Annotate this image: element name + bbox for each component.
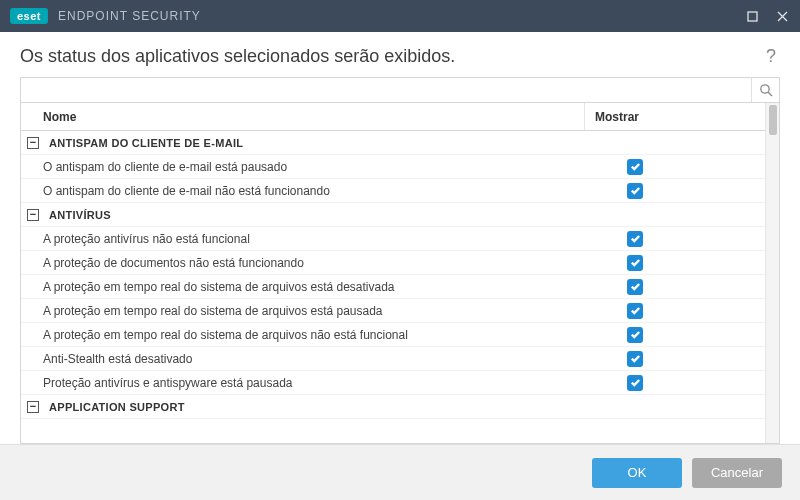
show-checkbox[interactable]	[627, 183, 643, 199]
group-row[interactable]: −APPLICATION SUPPORT	[21, 395, 765, 419]
group-label: ANTIVÍRUS	[45, 209, 585, 221]
status-table: Nome Mostrar −ANTISPAM DO CLIENTE DE E-M…	[20, 103, 780, 444]
show-checkbox[interactable]	[627, 255, 643, 271]
show-checkbox[interactable]	[627, 303, 643, 319]
group-label: ANTISPAM DO CLIENTE DE E-MAIL	[45, 137, 585, 149]
titlebar: eset ENDPOINT SECURITY	[0, 0, 800, 32]
close-icon[interactable]	[774, 8, 790, 24]
group-label: APPLICATION SUPPORT	[45, 401, 585, 413]
item-label: Anti-Stealth está desativado	[21, 352, 585, 366]
status-item-row: O antispam do cliente de e-mail não está…	[21, 179, 765, 203]
scrollbar-thumb[interactable]	[769, 105, 777, 135]
svg-rect-0	[748, 12, 757, 21]
window-controls	[744, 8, 790, 24]
collapse-icon[interactable]: −	[27, 401, 39, 413]
item-label: A proteção em tempo real do sistema de a…	[21, 304, 585, 318]
group-row[interactable]: −ANTISPAM DO CLIENTE DE E-MAIL	[21, 131, 765, 155]
show-checkbox[interactable]	[627, 279, 643, 295]
search-icon[interactable]	[751, 78, 779, 102]
item-label: Proteção antivírus e antispyware está pa…	[21, 376, 585, 390]
item-label: A proteção em tempo real do sistema de a…	[21, 280, 585, 294]
status-item-row: O antispam do cliente de e-mail está pau…	[21, 155, 765, 179]
collapse-icon[interactable]: −	[27, 137, 39, 149]
item-label: O antispam do cliente de e-mail está pau…	[21, 160, 585, 174]
show-checkbox[interactable]	[627, 159, 643, 175]
group-row[interactable]: −ANTIVÍRUS	[21, 203, 765, 227]
show-checkbox[interactable]	[627, 375, 643, 391]
show-checkbox[interactable]	[627, 231, 643, 247]
item-label: A proteção de documentos não está funcio…	[21, 256, 585, 270]
show-checkbox[interactable]	[627, 351, 643, 367]
item-label: O antispam do cliente de e-mail não está…	[21, 184, 585, 198]
search-bar	[20, 77, 780, 103]
status-item-row: Proteção antivírus e antispyware está pa…	[21, 371, 765, 395]
column-name[interactable]: Nome	[21, 103, 585, 130]
table-body: −ANTISPAM DO CLIENTE DE E-MAILO antispam…	[21, 131, 765, 419]
page-header: Os status dos aplicativos selecionados s…	[0, 32, 800, 77]
dialog-footer: OK Cancelar	[0, 444, 800, 500]
page-title: Os status dos aplicativos selecionados s…	[20, 46, 762, 67]
status-item-row: A proteção de documentos não está funcio…	[21, 251, 765, 275]
column-show[interactable]: Mostrar	[585, 103, 765, 130]
help-icon[interactable]: ?	[762, 46, 780, 67]
item-label: A proteção antivírus não está funcional	[21, 232, 585, 246]
status-item-row: A proteção em tempo real do sistema de a…	[21, 323, 765, 347]
collapse-icon[interactable]: −	[27, 209, 39, 221]
app-title: ENDPOINT SECURITY	[58, 9, 744, 23]
svg-point-1	[760, 85, 768, 93]
status-item-row: A proteção antivírus não está funcional	[21, 227, 765, 251]
status-item-row: Anti-Stealth está desativado	[21, 347, 765, 371]
cancel-button[interactable]: Cancelar	[692, 458, 782, 488]
scrollbar[interactable]	[765, 103, 779, 443]
status-item-row: A proteção em tempo real do sistema de a…	[21, 299, 765, 323]
ok-button[interactable]: OK	[592, 458, 682, 488]
item-label: A proteção em tempo real do sistema de a…	[21, 328, 585, 342]
search-input[interactable]	[21, 78, 751, 102]
maximize-icon[interactable]	[744, 8, 760, 24]
brand-badge: eset	[10, 8, 48, 24]
table-header: Nome Mostrar	[21, 103, 765, 131]
status-item-row: A proteção em tempo real do sistema de a…	[21, 275, 765, 299]
show-checkbox[interactable]	[627, 327, 643, 343]
